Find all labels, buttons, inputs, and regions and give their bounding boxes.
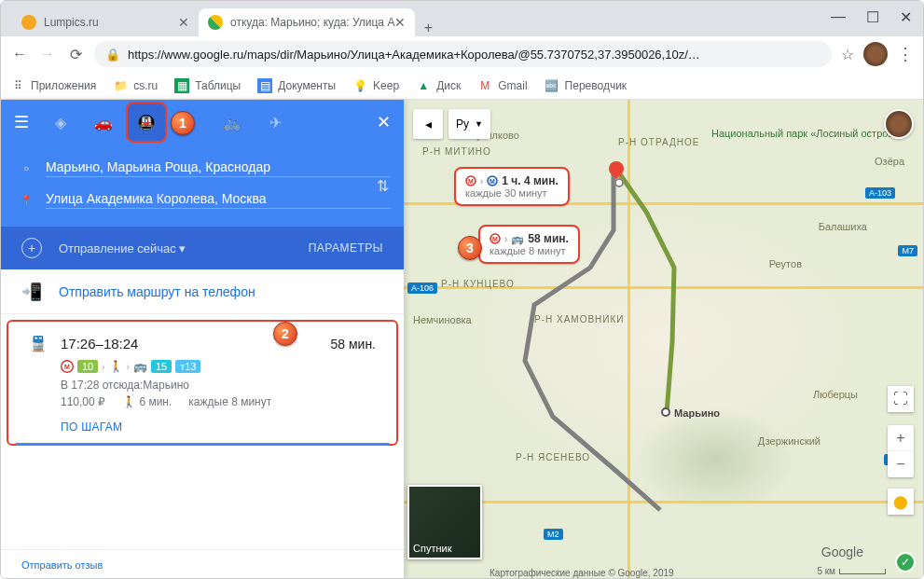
route-price: 110,00 ₽ [61, 395, 105, 408]
svg-text:М: М [64, 364, 70, 370]
send-to-phone-label: Отправить маршрут на телефон [59, 284, 255, 299]
route-legs: М 10 › 🚶 › 🚌 15 т13 [61, 360, 376, 373]
bookmark-label: Gmail [498, 79, 527, 92]
feedback-link[interactable]: Отправить отзыв [1, 549, 404, 579]
bookmark-label: cs.ru [133, 79, 158, 92]
metro-icon: М [487, 175, 498, 186]
departure-label[interactable]: Отправление сейчас ▾ [59, 241, 186, 255]
bookmark-star-button[interactable]: ☆ [841, 46, 854, 63]
zoom-in-button[interactable]: + [888, 425, 914, 451]
bookmark-item[interactable]: 📁cs.ru [113, 78, 158, 93]
close-window-button[interactable]: ✕ [900, 8, 912, 26]
zoom-out-button[interactable]: − [888, 451, 914, 477]
origin-pin-icon [661, 407, 670, 417]
bookmark-label: Таблицы [195, 79, 241, 92]
translate-icon: 🔤 [545, 78, 559, 93]
map-top-controls: ◂ Ру ▼ [413, 109, 490, 139]
route-header: 🚆 17:26–18:24 58 мин. [29, 335, 376, 352]
bookmark-item[interactable]: MGmail [477, 78, 527, 93]
map-label: Р-Н КУНЦЕВО [441, 279, 515, 289]
satellite-toggle[interactable]: Спутник [407, 485, 482, 559]
destination-row: 📍 [20, 184, 391, 215]
tab-close-button[interactable]: ✕ [178, 15, 189, 30]
streetview-button[interactable]: ⬤ [888, 489, 914, 515]
new-tab-button[interactable]: + [415, 20, 441, 36]
destination-input[interactable] [46, 191, 391, 209]
zoom-controls: + − [888, 425, 914, 477]
minimize-button[interactable]: — [831, 8, 846, 26]
map-canvas[interactable]: Химки Р-Н МИТИНО Путилково Р-Н ОТРАДНОЕ … [404, 100, 923, 579]
road-line [627, 100, 630, 579]
bookmark-item[interactable]: ▤Документы [257, 78, 336, 93]
origin-input[interactable] [46, 159, 391, 177]
bookmark-item[interactable]: 🔤Переводчик [545, 78, 627, 93]
map-label: Люберцы [813, 389, 858, 400]
scale-bar-icon [839, 569, 886, 574]
tab-close-button[interactable]: ✕ [394, 15, 406, 30]
back-button[interactable]: ← [10, 46, 29, 62]
chevron-icon: › [102, 362, 104, 372]
map-profile-avatar[interactable] [884, 109, 914, 139]
apps-button[interactable]: ⠿ Приложения [10, 78, 96, 93]
apps-label: Приложения [31, 79, 96, 92]
address-bar[interactable]: 🔒 https://www.google.ru/maps/dir/Марьино… [94, 41, 832, 67]
mode-transit-button[interactable]: 🚇 [128, 103, 165, 141]
fullscreen-button[interactable]: ⛶ [888, 386, 914, 412]
route-walk-time: 🚶 6 мин. [122, 395, 172, 408]
map-attribution: Картографические данные © Google, 2019 [490, 568, 674, 578]
map-label: Марьино [674, 407, 720, 419]
bookmark-item[interactable]: 💡Keep [352, 78, 399, 93]
route-tooltip-alt[interactable]: М › М 1 ч. 4 мин. каждые 30 минут [456, 169, 568, 204]
page-content: ☰ ◈ 🚗 🚇 🚶 🚲 ✈ ✕ ○ 📍 ⇅ + Отправление сейч… [1, 100, 923, 579]
send-to-phone-row[interactable]: 📲 Отправить маршрут на телефон [1, 269, 404, 314]
window-controls: — ☐ ✕ [831, 8, 912, 26]
bookmark-item[interactable]: ▲Диск [416, 78, 461, 93]
route-card[interactable]: 🚆 17:26–18:24 58 мин. М 10 › 🚶 › 🚌 15 т1… [7, 320, 398, 446]
origin-destination-box: ○ 📍 ⇅ [1, 145, 404, 227]
bookmarks-bar: ⠿ Приложения 📁cs.ru ▦Таблицы ▤Документы … [1, 72, 923, 100]
bus-icon: 🚌 [511, 233, 524, 245]
step-by-step-link[interactable]: ПО ШАГАМ [61, 420, 122, 434]
satellite-label: Спутник [413, 543, 451, 554]
browser-tab[interactable]: Lumpics.ru ✕ [12, 8, 199, 36]
adguard-badge-icon[interactable]: ✓ [895, 552, 916, 572]
language-label: Ру [456, 117, 469, 131]
close-directions-button[interactable]: ✕ [377, 112, 391, 132]
language-selector[interactable]: Ру ▼ [448, 109, 490, 139]
destination-marker-icon: 📍 [20, 195, 33, 205]
chevron-icon: › [504, 234, 507, 244]
mode-bike-button[interactable]: 🚲 [214, 103, 251, 141]
origin-row: ○ [20, 152, 391, 184]
bookmark-item[interactable]: ▦Таблицы [174, 78, 241, 93]
origin-marker-icon: ○ [20, 163, 33, 173]
forward-button[interactable]: → [38, 46, 57, 62]
browser-tab-active[interactable]: откуда: Марьино; куда: Улица А ✕ [199, 8, 415, 36]
svg-text:М: М [468, 178, 474, 185]
phone-icon: 📲 [21, 282, 42, 302]
waypoint-pin-icon [614, 178, 624, 187]
line-chip: 10 [77, 360, 98, 373]
map-label: Р-Н МИТИНО [422, 146, 491, 157]
maximize-button[interactable]: ☐ [866, 8, 879, 26]
map-label: Немчиновка [413, 314, 472, 325]
google-logo: Google [821, 545, 863, 559]
route-options-button[interactable]: ПАРАМЕТРЫ [309, 241, 383, 255]
browser-toolbar: ← → ⟳ 🔒 https://www.google.ru/maps/dir/М… [1, 36, 923, 72]
mode-best-button[interactable]: ◈ [42, 103, 79, 141]
travel-mode-row: ☰ ◈ 🚗 🚇 🚶 🚲 ✈ ✕ [1, 100, 404, 145]
docs-icon: ▤ [257, 78, 272, 93]
route-tooltip-best[interactable]: М › 🚌 58 мин. каждые 8 минут [480, 227, 578, 262]
line-chip: т13 [175, 360, 200, 373]
chevron-icon: › [480, 176, 483, 186]
add-stop-button[interactable]: + [21, 238, 42, 258]
swap-button[interactable]: ⇅ [377, 177, 389, 195]
mode-car-button[interactable]: 🚗 [85, 103, 122, 141]
reload-button[interactable]: ⟳ [66, 46, 85, 63]
collapse-sidebar-button[interactable]: ◂ [413, 109, 443, 139]
mode-plane-button[interactable]: ✈ [256, 103, 294, 141]
profile-avatar[interactable] [863, 42, 888, 66]
browser-menu-button[interactable]: ⋮ [897, 44, 914, 64]
route-frequency: каждые 8 минут [188, 395, 271, 408]
menu-button[interactable]: ☰ [14, 112, 36, 132]
bookmark-label: Диск [436, 79, 461, 92]
